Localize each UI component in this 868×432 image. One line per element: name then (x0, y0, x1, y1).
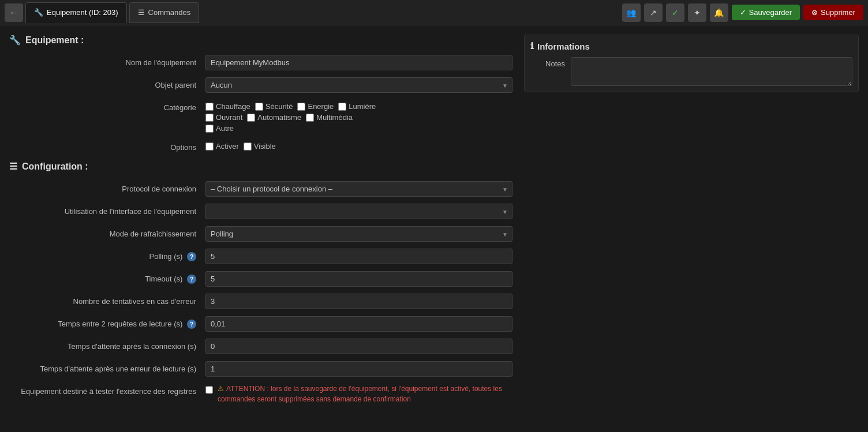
categorie-label: Catégorie (9, 100, 205, 112)
main-content: 🔧 Equipement : Nom de l'équipement Objet… (0, 25, 868, 420)
checkbox-ouvrant[interactable]: Ouvrant (205, 113, 242, 122)
checkbox-visible-input[interactable] (244, 142, 252, 151)
temps-lecture-label: Temps entre 2 requêtes de lecture (s) ? (9, 316, 205, 329)
tab-commands-label: Commandes (148, 8, 191, 17)
checkbox-activer-input[interactable] (205, 142, 214, 151)
save-label: Sauvegarder (749, 8, 792, 17)
checkbox-ouvrant-input[interactable] (205, 114, 214, 122)
tab-equipment[interactable]: 🔧 Equipement (ID: 203) (25, 2, 127, 23)
interface-select-wrapper (205, 204, 512, 219)
left-panel: 🔧 Equipement : Nom de l'équipement Objet… (9, 35, 512, 411)
users-icon: 👥 (626, 8, 636, 17)
protocol-label: Protocol de connexion (9, 181, 205, 193)
timeout-control (205, 271, 512, 287)
options-control: Activer Visible (205, 140, 512, 151)
share-icon: ↗ (650, 8, 657, 17)
check-button[interactable]: ✓ (666, 3, 684, 22)
equipment-title: Equipement : (25, 35, 84, 46)
warning-text: ⚠ATTENTION : lors de la sauvegarde de l'… (218, 384, 512, 404)
tentatives-control (205, 294, 512, 309)
checkbox-lumière-input[interactable] (338, 103, 346, 111)
tentatives-label: Nombre de tentatives en cas d'erreur (9, 294, 205, 306)
temps-erreur-label: Temps d'attente après une erreur de lect… (9, 361, 205, 373)
checkbox-chauffage[interactable]: Chauffage (205, 102, 250, 111)
checkbox-energie[interactable]: Energie (297, 102, 334, 111)
save-button[interactable]: ✓ Sauvegarder (732, 5, 800, 20)
polling-help-icon[interactable]: ? (187, 252, 196, 261)
checkbox-chauffage-input[interactable] (205, 103, 214, 111)
plugin-button[interactable]: ✦ (688, 3, 706, 22)
timeout-input[interactable] (205, 271, 512, 287)
config-section-header: ☰ Configuration : (9, 161, 512, 172)
back-button[interactable]: ← (5, 3, 23, 22)
config-title: Configuration : (22, 161, 88, 172)
temps-lecture-help-icon[interactable]: ? (187, 320, 196, 329)
checkbox-visible[interactable]: Visible (244, 142, 276, 151)
cat-checkboxes-row: Ouvrant Automatisme Multimédia (205, 111, 512, 122)
cat-checkboxes-row: Chauffage Sécurité Energie Lumière (205, 100, 512, 111)
nom-row: Nom de l'équipement (9, 55, 512, 70)
tab-commands[interactable]: ☰ Commandes (129, 2, 200, 23)
delete-button[interactable]: ⊗ Supprimer (803, 5, 863, 20)
temps-connexion-row: Temps d'attente après la connexion (s) (9, 339, 512, 354)
temps-erreur-input[interactable] (205, 361, 512, 377)
warning-icon: ⚠ (218, 385, 224, 393)
tentatives-row: Nombre de tentatives en cas d'erreur (9, 294, 512, 309)
bell-button[interactable]: 🔔 (710, 3, 728, 22)
objet-select-wrapper: Aucun (205, 77, 512, 93)
save-check-icon: ✓ (740, 8, 746, 17)
info-title: ℹ Informations (530, 41, 852, 51)
categorie-control: Chauffage Sécurité Energie Lumière Ouvra… (205, 100, 512, 133)
objet-row: Objet parent Aucun (9, 77, 512, 93)
checkbox-energie-input[interactable] (297, 103, 305, 111)
info-title-text: Informations (537, 42, 590, 51)
notes-row: Notes (530, 57, 852, 86)
interface-row: Utilisation de l'interface de l'équipeme… (9, 204, 512, 219)
checkbox-autre-input[interactable] (205, 125, 214, 133)
objet-select[interactable]: Aucun (205, 77, 512, 93)
checkbox-activer[interactable]: Activer (205, 142, 239, 151)
tentatives-input[interactable] (205, 294, 512, 309)
temps-lecture-input[interactable] (205, 316, 512, 332)
checkbox-securité[interactable]: Sécurité (255, 102, 293, 111)
timeout-help-icon[interactable]: ? (187, 275, 196, 284)
mode-row: Mode de rafraîchissement Polling (9, 226, 512, 242)
plugin-icon: ✦ (694, 8, 701, 17)
notes-textarea[interactable] (571, 57, 852, 86)
protocol-row: Protocol de connexion – Choisir un proto… (9, 181, 512, 197)
checkbox-multimédia-input[interactable] (306, 114, 314, 122)
info-section: ℹ Informations Notes (524, 35, 859, 92)
mode-control: Polling (205, 226, 512, 242)
config-section: ☰ Configuration : Protocol de connexion … (9, 161, 512, 404)
checkbox-automatisme-input[interactable] (247, 114, 255, 122)
bell-icon: 🔔 (714, 8, 724, 17)
nom-control (205, 55, 512, 70)
checkbox-automatisme[interactable]: Automatisme (247, 113, 301, 122)
check-icon: ✓ (672, 8, 679, 17)
checkbox-multimedia[interactable]: Multimédia (306, 113, 353, 122)
mode-select[interactable]: Polling (205, 226, 512, 242)
nom-label: Nom de l'équipement (9, 55, 205, 67)
delete-icon: ⊗ (811, 8, 818, 17)
temps-connexion-label: Temps d'attente après la connexion (s) (9, 339, 205, 351)
checkbox-autre[interactable]: Autre (205, 124, 234, 133)
protocol-select[interactable]: – Choisir un protocol de connexion – (205, 181, 512, 197)
notes-label: Notes (530, 57, 565, 68)
users-button[interactable]: 👥 (622, 3, 641, 22)
share-button[interactable]: ↗ (644, 3, 663, 22)
mode-select-wrapper: Polling (205, 226, 512, 242)
objet-label: Objet parent (9, 77, 205, 89)
temps-erreur-control (205, 361, 512, 377)
temps-erreur-row: Temps d'attente après une erreur de lect… (9, 361, 512, 377)
polling-label: Polling (s) ? (9, 249, 205, 261)
polling-input[interactable] (205, 249, 512, 264)
checkbox-lumiere[interactable]: Lumière (338, 102, 376, 111)
nom-input[interactable] (205, 55, 512, 70)
protocol-select-wrapper: – Choisir un protocol de connexion – (205, 181, 512, 197)
registres-checkbox[interactable] (205, 386, 213, 394)
topbar: ← 🔧 Equipement (ID: 203) ☰ Commandes 👥 ↗… (0, 0, 868, 25)
interface-select[interactable] (205, 204, 512, 219)
protocol-control: – Choisir un protocol de connexion – (205, 181, 512, 197)
checkbox-sécurité-input[interactable] (255, 103, 263, 111)
temps-connexion-input[interactable] (205, 339, 512, 354)
